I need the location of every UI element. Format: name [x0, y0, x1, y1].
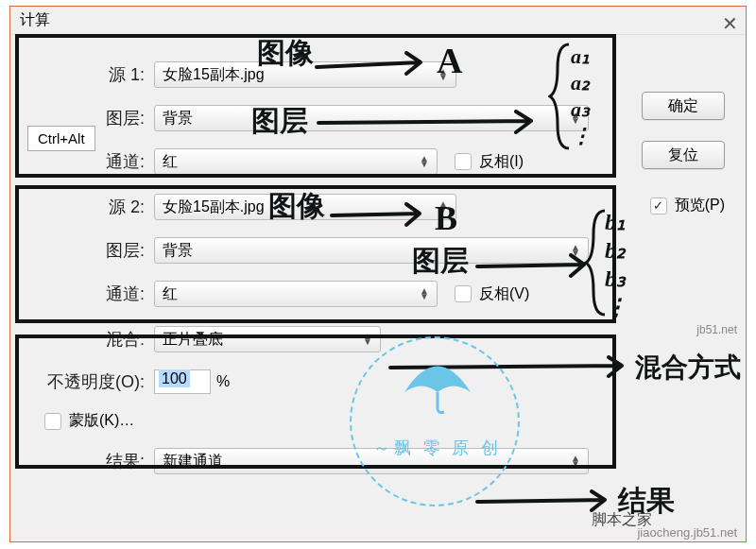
mask-label: 蒙版(K)…	[69, 411, 134, 431]
source2-layer-dropdown[interactable]: 背景 ▲▼	[154, 237, 589, 264]
source2-image-value: 女脸15副本.jpg	[163, 197, 433, 217]
source1-invert-checkbox[interactable]	[455, 153, 472, 170]
result-dropdown[interactable]: 新建通道 ▲▼	[154, 448, 589, 474]
source2-channel-value: 红	[163, 284, 414, 304]
source2-label: 源 2:	[22, 196, 154, 218]
opacity-label: 不透明度(O):	[22, 370, 154, 393]
result-value: 新建通道	[163, 452, 565, 472]
result-label: 结果:	[22, 450, 154, 472]
source1-image-value: 女脸15副本.jpg	[163, 65, 433, 85]
chevron-updown-icon: ▲▼	[420, 288, 429, 300]
chevron-updown-icon: ▲▼	[571, 245, 580, 256]
source1-channel-label: 通道:	[22, 150, 154, 173]
source1-layer-value: 背景	[163, 109, 565, 129]
chevron-updown-icon: ▲▼	[571, 112, 580, 124]
chevron-updown-icon: ▲▼	[571, 455, 580, 467]
reset-button[interactable]: 复位	[642, 141, 725, 169]
source2-image-dropdown[interactable]: 女脸15副本.jpg ▲▼	[154, 194, 456, 220]
calculations-dialog: 计算 ✕ 源 1: 女脸15副本.jpg ▲▼ 图层: 背景 ▲▼ 通道:	[9, 6, 747, 542]
close-icon[interactable]: ✕	[722, 12, 738, 35]
source2-layer-value: 背景	[163, 241, 565, 261]
chevron-updown-icon: ▲▼	[363, 334, 372, 345]
opacity-unit: %	[216, 373, 230, 390]
shortcut-tooltip: Ctrl+Alt	[27, 126, 95, 151]
source1-channel-value: 红	[163, 152, 414, 172]
opacity-value: 100	[159, 369, 190, 387]
source1-layer-dropdown[interactable]: 背景 ▲▼	[154, 105, 589, 131]
source1-invert-label: 反相(I)	[479, 152, 524, 172]
preview-checkbox[interactable]: ✓	[650, 197, 667, 214]
chevron-updown-icon: ▲▼	[438, 201, 448, 213]
chevron-updown-icon: ▲▼	[420, 156, 429, 167]
source1-label: 源 1:	[22, 63, 154, 86]
preview-label: 预览(P)	[675, 196, 725, 215]
source1-image-dropdown[interactable]: 女脸15副本.jpg ▲▼	[154, 61, 456, 88]
opacity-input[interactable]: 100	[154, 369, 211, 394]
source2-layer-label: 图层:	[22, 239, 154, 262]
source2-channel-label: 通道:	[22, 283, 154, 305]
source1-channel-dropdown[interactable]: 红 ▲▼	[154, 148, 438, 175]
blend-mode-value: 正片叠底	[163, 330, 357, 350]
chevron-updown-icon: ▲▼	[438, 69, 448, 80]
source2-invert-checkbox[interactable]	[455, 285, 472, 302]
source2-invert-label: 反相(V)	[479, 284, 529, 304]
ok-button[interactable]: 确定	[642, 92, 725, 120]
source2-channel-dropdown[interactable]: 红 ▲▼	[154, 281, 438, 307]
mask-checkbox[interactable]	[44, 413, 61, 430]
blend-mode-dropdown[interactable]: 正片叠底 ▲▼	[154, 326, 381, 352]
blend-label: 混合:	[22, 328, 154, 351]
dialog-title: 计算	[10, 7, 746, 35]
